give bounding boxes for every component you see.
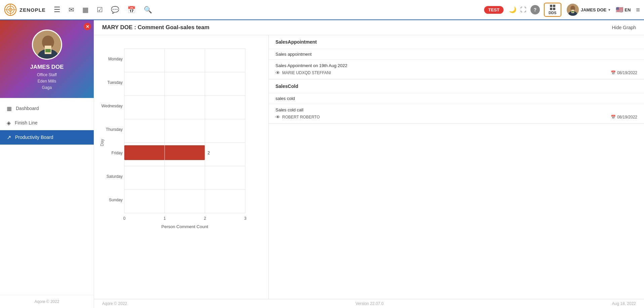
chart-area: Day Monday Tuesday Wednesday: [94, 35, 269, 299]
eye-icon: 👁: [275, 70, 280, 75]
profile-avatar: [32, 30, 62, 60]
search-icon[interactable]: 🔍: [141, 4, 155, 15]
calendar-icon: 📅: [611, 70, 616, 75]
dds-button[interactable]: DDS: [544, 3, 561, 17]
footer-right: Aug 18, 2022: [612, 301, 636, 306]
chat-icon[interactable]: 💬: [108, 4, 122, 15]
dashboard-icon: ▦: [7, 105, 12, 112]
item-date-value: 08/19/2022: [617, 70, 637, 75]
test-badge: TEST: [484, 6, 503, 14]
moon-icon[interactable]: 🌙: [509, 6, 516, 13]
panel-section-salescold: SalesCold sales cold Sales cold call 👁 R…: [269, 80, 644, 124]
svg-text:2: 2: [204, 216, 206, 221]
flag-icon: 🇺🇸: [616, 6, 623, 13]
item-date-value: 08/19/2022: [617, 115, 637, 119]
sidebar-item-finishline[interactable]: ◈ Finish Line: [0, 116, 94, 130]
calendar-icon: 📅: [611, 115, 616, 119]
item-meta: 👁 MARIE UDXQD STEFFANI 📅 08/19/2022: [275, 70, 637, 75]
sidebar-item-finishline-label: Finish Line: [15, 120, 38, 125]
dds-grid-icon: [550, 5, 555, 10]
item-title: Sales cold call: [275, 107, 637, 112]
user-name: JAMES DOE: [581, 7, 607, 12]
svg-text:0: 0: [123, 216, 126, 221]
item-date: 📅 08/19/2022: [611, 70, 637, 75]
svg-text:Wednesday: Wednesday: [101, 104, 123, 108]
svg-text:1: 1: [164, 216, 166, 221]
hide-graph-button[interactable]: Hide Graph: [612, 25, 636, 30]
item-date: 📅 08/19/2022: [611, 115, 637, 119]
section-header-salescold: SalesCold: [269, 80, 644, 93]
sidebar-footer: Aqore © 2022: [0, 295, 94, 308]
page-title-bold: MARY DOE: [102, 24, 133, 31]
logo-area[interactable]: ZENOPLE: [4, 3, 46, 16]
menu-lines-icon[interactable]: ≡: [636, 6, 640, 14]
eye-icon: 👁: [275, 114, 280, 120]
close-button[interactable]: ✕: [84, 23, 91, 30]
mail-icon[interactable]: ✉: [66, 4, 77, 15]
grid-icon[interactable]: ▦: [80, 4, 91, 15]
svg-text:3: 3: [244, 216, 247, 221]
svg-text:Sunday: Sunday: [109, 198, 123, 202]
svg-text:Thursday: Thursday: [106, 127, 123, 132]
svg-text:Saturday: Saturday: [106, 174, 123, 179]
user-area[interactable]: JAMES DOE ▾: [567, 4, 611, 16]
page-title-rest: : Comment Goal-sales team: [133, 24, 210, 31]
panel-section-salesappointment: SalesAppointment Sales appointment Sales…: [269, 35, 644, 80]
section-header-label: SalesCold: [275, 84, 298, 89]
svg-text:Friday: Friday: [112, 151, 123, 155]
svg-rect-14: [45, 49, 51, 52]
sidebar-item-productivity-label: Productivity Board: [15, 135, 53, 140]
chevron-down-icon: ▾: [608, 8, 610, 12]
flag-area[interactable]: 🇺🇸 EN: [616, 6, 631, 13]
right-panel: SalesAppointment Sales appointment Sales…: [269, 35, 644, 299]
page-title: MARY DOE : Comment Goal-sales team: [102, 24, 209, 31]
content-body: Day Monday Tuesday Wednesday: [94, 35, 644, 299]
content-header: MARY DOE : Comment Goal-sales team Hide …: [94, 20, 644, 35]
bar-chart: Day Monday Tuesday Wednesday: [97, 42, 262, 237]
expand-icon[interactable]: ⛶: [520, 6, 526, 13]
check-icon[interactable]: ☑: [94, 4, 105, 15]
svg-text:2: 2: [208, 151, 210, 155]
footer-left: Aqore © 2022: [102, 301, 127, 306]
content-area: MARY DOE : Comment Goal-sales team Hide …: [94, 20, 644, 308]
sidebar-item-dashboard[interactable]: ▦ Dashboard: [0, 101, 94, 116]
calendar-icon[interactable]: 📅: [125, 4, 138, 15]
productivity-icon: ↗: [7, 134, 11, 141]
section-item-salescold-0: Sales cold call 👁 ROBERT ROBERTO 📅 08/19…: [269, 104, 644, 123]
sidebar-item-productivity[interactable]: ↗ Productivity Board: [0, 130, 94, 145]
lang-label: EN: [625, 7, 631, 12]
profile-name: JAMES DOE: [30, 64, 63, 70]
item-user: 👁 ROBERT ROBERTO: [275, 114, 320, 120]
logo-text: ZENOPLE: [19, 7, 46, 13]
item-user-name: MARIE UDXQD STEFFANI: [282, 70, 331, 75]
sidebar-profile: ✕ JAMES DOE Office Staff Eden Mills Gaga: [0, 20, 94, 98]
top-nav: ZENOPLE ☰ ✉ ▦ ☑ 💬 📅 🔍 TEST 🌙 ⛶ ? DDS JAM…: [0, 0, 644, 20]
sidebar-nav: ▦ Dashboard ◈ Finish Line ↗ Productivity…: [0, 98, 94, 295]
finishline-icon: ◈: [7, 120, 11, 126]
svg-text:Person Comment Count: Person Comment Count: [161, 224, 208, 229]
section-item-salesappointment-0: Sales Appointment on 19th Aug 2022 👁 MAR…: [269, 60, 644, 79]
footer-center: Version 22.07.0: [355, 301, 383, 306]
item-user-name: ROBERT ROBERTO: [282, 115, 320, 119]
hamburger-icon[interactable]: ☰: [54, 5, 60, 14]
item-title: Sales Appointment on 19th Aug 2022: [275, 63, 637, 68]
help-icon[interactable]: ?: [530, 5, 540, 14]
sidebar: ✕ JAMES DOE Office Staff Eden Mills Gaga…: [0, 20, 94, 308]
main-layout: ✕ JAMES DOE Office Staff Eden Mills Gaga…: [0, 20, 644, 308]
section-sub-salescold: sales cold: [269, 93, 644, 104]
section-header-salesappointment: SalesAppointment: [269, 35, 644, 49]
avatar: [567, 4, 579, 16]
section-header-label: SalesAppointment: [275, 39, 317, 45]
svg-rect-9: [572, 11, 574, 12]
item-user: 👁 MARIE UDXQD STEFFANI: [275, 70, 331, 75]
svg-text:Monday: Monday: [108, 57, 123, 61]
sidebar-item-dashboard-label: Dashboard: [16, 106, 39, 111]
section-sub-salesappointment: Sales appointment: [269, 49, 644, 60]
logo-icon: [4, 3, 17, 16]
dds-label: DDS: [549, 11, 556, 15]
profile-sub: Office Staff Eden Mills Gaga: [37, 72, 57, 91]
svg-text:Day: Day: [100, 139, 104, 146]
page-footer: Aqore © 2022 Version 22.07.0 Aug 18, 202…: [94, 299, 644, 308]
svg-text:Tuesday: Tuesday: [107, 80, 123, 85]
item-meta: 👁 ROBERT ROBERTO 📅 08/19/2022: [275, 114, 637, 120]
